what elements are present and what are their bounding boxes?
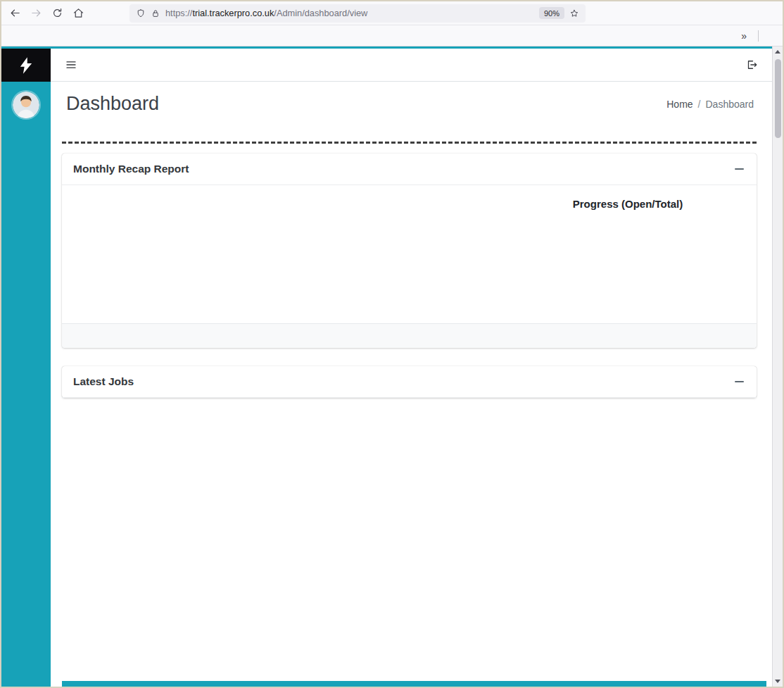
browser-content: Dashboard Home / Dashboard Monthly Recap… [1, 46, 783, 687]
minus-icon [735, 381, 744, 383]
scroll-up-arrow[interactable] [773, 46, 783, 57]
dashboard-page: Dashboard Home / Dashboard Monthly Recap… [51, 82, 772, 687]
lightning-bolt-icon [16, 56, 36, 75]
url-domain: trial.trackerpro.co.uk [192, 8, 274, 18]
forward-icon [30, 7, 42, 19]
reload-button[interactable] [46, 4, 68, 23]
logout-button[interactable] [745, 58, 758, 71]
avatar-image [13, 92, 39, 118]
monthly-recap-chart [75, 204, 491, 312]
vertical-scrollbar[interactable] [772, 46, 783, 687]
scrollbar-thumb[interactable] [775, 59, 781, 138]
back-button[interactable] [4, 4, 25, 23]
page-title: Dashboard [66, 93, 159, 115]
other-bookmarks-button[interactable] [764, 34, 774, 38]
bookmark-star-icon[interactable] [569, 8, 579, 18]
reload-icon [51, 7, 63, 19]
url-path: /Admin/dashboard/view [274, 8, 367, 18]
latest-jobs-panel: Latest Jobs [62, 366, 757, 398]
home-button[interactable] [68, 4, 89, 23]
income-summary [62, 323, 757, 348]
browser-window: https://trial.trackerpro.co.uk/Admin/das… [0, 0, 784, 688]
user-avatar[interactable] [13, 92, 39, 118]
collapse-button[interactable] [733, 377, 745, 387]
monthly-recap-panel: Monthly Recap Report Progress (Open/Tota… [62, 154, 757, 348]
scroll-down-arrow[interactable] [773, 676, 783, 687]
url-text: https://trial.trackerpro.co.uk/Admin/das… [165, 8, 534, 18]
app-logo[interactable] [1, 49, 51, 82]
panel-header: Latest Jobs [62, 366, 757, 398]
zoom-indicator[interactable]: 90% [539, 7, 564, 19]
trackerpro-app: Dashboard Home / Dashboard Monthly Recap… [1, 46, 772, 687]
lock-icon[interactable] [151, 8, 160, 18]
breadcrumb-current: Dashboard [706, 99, 754, 110]
chart-section [75, 192, 491, 312]
page-header: Dashboard Home / Dashboard [66, 93, 754, 115]
minus-icon [735, 168, 744, 170]
browser-nav-buttons [4, 4, 89, 23]
collapse-button[interactable] [733, 164, 745, 175]
panel-title: Latest Jobs [73, 375, 134, 388]
back-icon [9, 7, 21, 19]
bookmarks-overflow-button[interactable]: » [735, 30, 752, 42]
url-scheme: https:// [165, 8, 192, 18]
sidebar [1, 49, 51, 687]
bookmarks-bar: » [1, 25, 783, 46]
panel-body: Progress (Open/Total) [62, 185, 757, 323]
panel-header: Monthly Recap Report [62, 154, 757, 185]
sidebar-toggle-button[interactable] [65, 58, 77, 71]
app-navbar [51, 49, 772, 82]
home-icon [72, 7, 84, 19]
url-bar[interactable]: https://trial.trackerpro.co.uk/Admin/das… [129, 4, 586, 23]
breadcrumb: Home / Dashboard [666, 99, 754, 110]
breadcrumb-home-link[interactable]: Home [666, 99, 693, 110]
panel-title: Monthly Recap Report [73, 163, 189, 175]
progress-title: Progress (Open/Total) [512, 198, 744, 210]
dashed-divider [62, 142, 757, 144]
forward-button[interactable] [25, 4, 46, 23]
browser-toolbar: https://trial.trackerpro.co.uk/Admin/das… [1, 1, 783, 25]
progress-section: Progress (Open/Total) [512, 192, 744, 312]
app-main: Dashboard Home / Dashboard Monthly Recap… [51, 49, 772, 687]
bookmarks-divider [758, 30, 759, 42]
shield-icon[interactable] [136, 8, 146, 18]
footer-strip [62, 681, 766, 687]
breadcrumb-separator: / [698, 99, 701, 110]
